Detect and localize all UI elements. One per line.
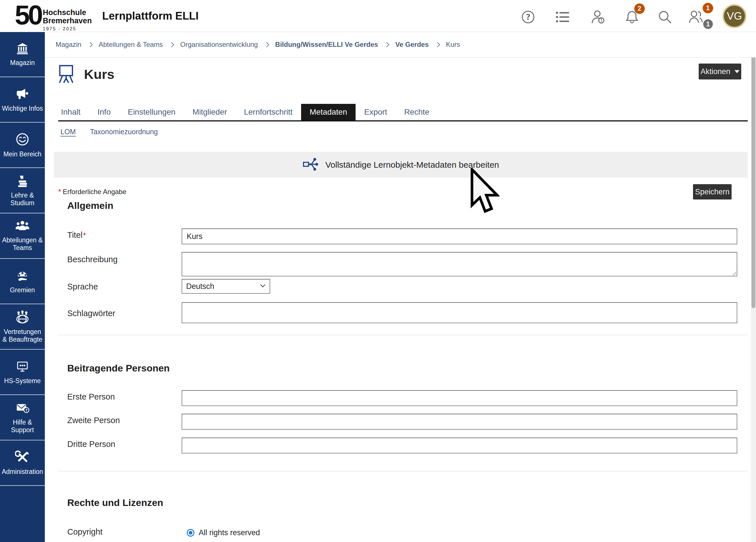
mail-question-icon: ? [15, 401, 30, 416]
sidebar-item-administration[interactable]: Administration [0, 440, 45, 486]
books-icon [15, 174, 30, 189]
app-title: Lernplattform ELLI [102, 0, 199, 32]
chevron-right-icon [384, 42, 389, 47]
bank-icon [15, 42, 30, 56]
radio-selected-dot [189, 531, 192, 535]
tab-mitglieder[interactable]: Mitglieder [184, 104, 235, 120]
section-divider [58, 471, 748, 471]
globe-people-icon [15, 310, 30, 325]
tab-einstellungen[interactable]: Einstellungen [119, 104, 184, 120]
sidebar-item-hilfe-support[interactable]: ? Hilfe & Support [0, 395, 45, 440]
schlagwoerter-input[interactable] [182, 302, 737, 323]
vertical-scrollbar-track[interactable] [751, 32, 756, 542]
required-asterisk: * [83, 231, 86, 240]
university-logo[interactable]: 50 Hochschule Bremerhaven 1975 - 2025 [15, 1, 92, 31]
required-field-note: *Erforderliche Angabe [58, 187, 126, 196]
zweite-person-label: Zweite Person [67, 416, 120, 425]
sidebar: Magazin Wichtige Infos Mein Bereich Lehr… [0, 32, 45, 542]
sidebar-item-magazin[interactable]: Magazin [0, 32, 45, 77]
erste-person-input[interactable] [182, 390, 737, 406]
sidebar-item-mein-bereich[interactable]: Mein Bereich [0, 123, 45, 168]
sidebar-item-lehre-studium[interactable]: Lehre & Studium [0, 168, 45, 213]
breadcrumb-item-magazin[interactable]: Magazin [56, 41, 81, 49]
tab-info[interactable]: Info [89, 104, 119, 120]
svg-text:?: ? [526, 12, 530, 22]
user-status-icon[interactable]: ! [590, 9, 606, 25]
course-easel-icon [56, 62, 76, 87]
sidebar-item-vertretungen[interactable]: Vertretungen & Beauftragte [0, 304, 45, 350]
copyright-label: Copyright [67, 527, 102, 537]
edit-full-metadata-banner[interactable]: Vollständige Lernobjekt-Metadaten bearbe… [54, 152, 748, 178]
beschreibung-textarea[interactable] [182, 252, 737, 276]
breadcrumb-item-abteilungen[interactable]: Abteilungen & Teams [99, 41, 163, 49]
caret-down-icon [734, 70, 740, 73]
sidebar-item-abteilungen-teams[interactable]: Abteilungen & Teams [0, 213, 45, 259]
sidebar-item-wichtige-infos[interactable]: Wichtige Infos [0, 77, 45, 123]
save-button[interactable]: Speichern [693, 184, 732, 199]
chevron-right-icon [169, 42, 174, 47]
contacts-icon[interactable] [688, 9, 704, 25]
contacts-badge-top: 1 [703, 3, 713, 13]
svg-text:!: ! [600, 18, 602, 23]
breadcrumb: Magazin Abteilungen & Teams Organisation… [45, 32, 756, 58]
help-icon[interactable]: ? [520, 9, 536, 25]
logo-name-line1: Hochschule [43, 9, 92, 17]
list-menu-icon[interactable] [555, 9, 571, 25]
breadcrumb-item-bildung-wissen[interactable]: Bildung/Wissen/ELLI Ve Gerdes [275, 41, 378, 49]
smiley-icon [15, 132, 30, 148]
section-heading-allgemein: Allgemein [67, 200, 113, 211]
sprache-label: Sprache [67, 282, 98, 291]
breadcrumb-item-organisationsentwicklung[interactable]: Organisationsentwicklung [180, 41, 258, 49]
search-icon[interactable] [657, 9, 673, 25]
tools-icon [15, 450, 30, 465]
subtab-taxonomiezuordnung[interactable]: Taxonomiezuordnung [90, 128, 158, 136]
tab-lernfortschritt[interactable]: Lernfortschritt [236, 104, 301, 120]
tab-inhalt[interactable]: Inhalt [58, 104, 89, 120]
schlagwoerter-label: Schlagwörter [67, 309, 115, 318]
breadcrumb-item-kurs[interactable]: Kurs [446, 41, 460, 49]
logo-name-line2: Bremerhaven [43, 17, 92, 25]
tab-export[interactable]: Export [356, 104, 396, 120]
tab-metadaten[interactable]: Metadaten [301, 104, 356, 120]
titel-label: Titel* [67, 230, 88, 240]
subtab-lom[interactable]: LOM [60, 128, 76, 136]
tab-bar: Inhalt Info Einstellungen Mitglieder Ler… [58, 104, 748, 121]
megaphone-icon [15, 87, 30, 102]
actions-button[interactable]: Aktionen [699, 64, 741, 79]
beschreibung-label: Beschreibung [67, 255, 117, 264]
metadata-hub-icon [303, 156, 318, 173]
breadcrumb-item-ve-gerdes[interactable]: Ve Gerdes [395, 41, 429, 49]
dritte-person-input[interactable] [182, 438, 737, 453]
titel-input[interactable] [182, 228, 737, 244]
app-root: 50 Hochschule Bremerhaven 1975 - 2025 Le… [0, 0, 756, 542]
logo-50: 50 [15, 1, 41, 29]
logo-anniversary: 1975 - 2025 [43, 26, 92, 31]
erste-person-label: Erste Person [67, 392, 115, 402]
page-title: Kurs [84, 63, 114, 86]
chevron-right-icon [264, 42, 269, 47]
chevron-down-icon [260, 284, 266, 289]
svg-text:?: ? [25, 408, 28, 412]
bell-badge: 2 [634, 3, 645, 14]
chevron-right-icon [435, 42, 440, 47]
resize-grip-icon[interactable] [732, 271, 736, 275]
avatar[interactable]: VG [723, 4, 746, 28]
dritte-person-label: Dritte Person [67, 440, 115, 449]
people-group-icon [15, 220, 30, 234]
sidebar-item-hs-systeme[interactable]: HS-Systeme [0, 350, 45, 395]
vertical-scrollbar-thumb[interactable] [751, 36, 755, 308]
chevron-right-icon [87, 42, 93, 47]
sprache-select[interactable]: Deutsch [182, 279, 270, 294]
sidebar-item-gremien[interactable]: Gremien [0, 259, 45, 304]
assembly-icon [15, 269, 30, 283]
subtab-bar: LOM Taxonomiezuordnung [60, 128, 158, 136]
top-header-bar: 50 Hochschule Bremerhaven 1975 - 2025 Le… [0, 0, 756, 32]
section-heading-beitragende: Beitragende Personen [67, 363, 170, 374]
contacts-badge-bottom: 1 [703, 19, 713, 29]
section-heading-rechte: Rechte und Lizenzen [67, 497, 163, 508]
copyright-radio[interactable] [187, 529, 194, 537]
monitor-icon [15, 360, 30, 374]
zweite-person-input[interactable] [182, 414, 737, 430]
copyright-option-label: All rights reserved [199, 529, 260, 537]
tab-rechte[interactable]: Rechte [396, 104, 438, 120]
